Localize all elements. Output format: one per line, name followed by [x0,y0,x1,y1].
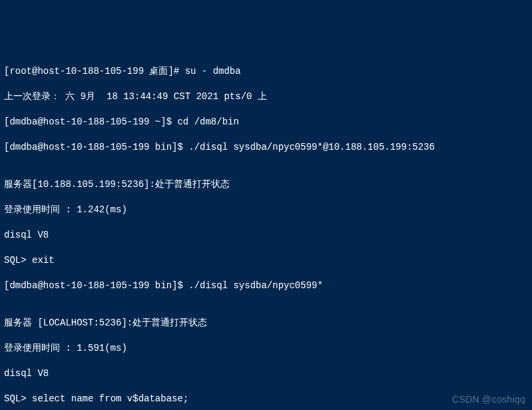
terminal-line: 服务器[10.188.105.199:5236]:处于普通打开状态 [4,178,528,191]
terminal-line: disql V8 [4,229,528,242]
terminal-line: SQL> select name from v$database; [4,393,528,405]
terminal-line: [dmdba@host-10-188-105-199 ~]$ cd /dm8/b… [4,116,528,128]
terminal-line: 登录使用时间 : 1.242(ms) [4,204,528,216]
terminal-line: [root@host-10-188-105-199 桌面]# su - dmdb… [4,65,528,78]
terminal-line: 登录使用时间 : 1.591(ms) [4,342,528,355]
watermark-text: CSDN @coshiqq [452,393,525,406]
terminal-line: disql V8 [4,367,528,380]
terminal-line: 上一次登录： 六 9月 18 13:44:49 CST 2021 pts/0 上 [4,91,528,103]
terminal-line: [dmdba@host-10-188-105-199 bin]$ ./disql… [4,141,528,154]
terminal-output[interactable]: [root@host-10-188-105-199 桌面]# su - dmdb… [4,53,528,410]
terminal-line: [dmdba@host-10-188-105-199 bin]$ ./disql… [4,280,528,292]
terminal-line: 服务器 [LOCALHOST:5236]:处于普通打开状态 [4,317,528,329]
terminal-line: SQL> exit [4,254,528,267]
